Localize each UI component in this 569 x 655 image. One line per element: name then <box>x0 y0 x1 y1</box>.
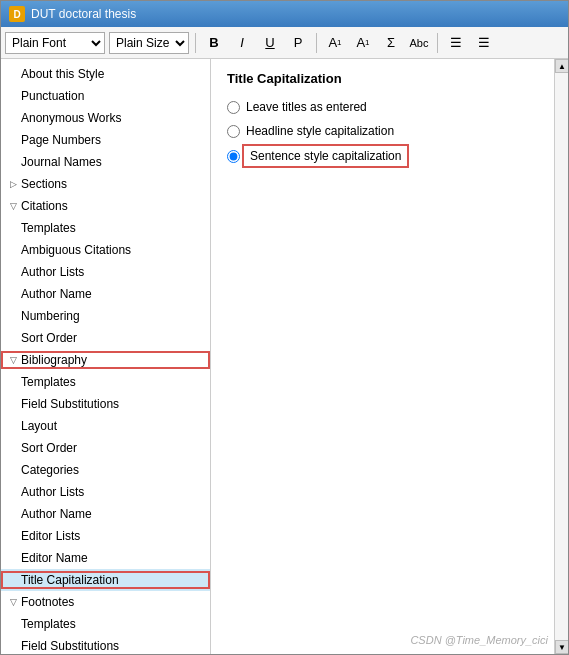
radio-headline-input[interactable] <box>227 125 240 138</box>
sidebar-item-cit-author-name[interactable]: Author Name <box>1 283 210 305</box>
abc-button[interactable]: Abc <box>407 32 431 54</box>
expander-punctuation <box>5 88 21 104</box>
expander-editor-name <box>5 550 21 566</box>
right-panel: Title Capitalization Leave titles as ent… <box>211 59 568 654</box>
radio-leave-titles[interactable]: Leave titles as entered <box>227 100 552 114</box>
expander-bib-author-lists <box>5 484 21 500</box>
sigma-button[interactable]: Σ <box>379 32 403 54</box>
expander-cit-author-lists <box>5 264 21 280</box>
sidebar-item-fn-field-substitutions[interactable]: Field Substitutions <box>1 635 210 654</box>
scroll-up-button[interactable]: ▲ <box>555 59 568 73</box>
toolbar-separator-3 <box>437 33 438 53</box>
sidebar-item-title-capitalization[interactable]: Title Capitalization <box>1 569 210 591</box>
expander-about <box>5 66 21 82</box>
italic-button[interactable]: I <box>230 32 254 54</box>
sidebar-item-citations-templates[interactable]: Templates <box>1 217 210 239</box>
sidebar-item-layout[interactable]: Layout <box>1 415 210 437</box>
expander-footnotes: ▽ <box>5 594 21 610</box>
radio-headline[interactable]: Headline style capitalization <box>227 124 552 138</box>
sidebar-item-footnotes[interactable]: ▽ Footnotes <box>1 591 210 613</box>
sidebar-item-categories[interactable]: Categories <box>1 459 210 481</box>
radio-group-capitalization: Leave titles as entered Headline style c… <box>227 100 552 164</box>
sidebar-item-ambiguous-citations[interactable]: Ambiguous Citations <box>1 239 210 261</box>
expander-anonymous <box>5 110 21 126</box>
sidebar-item-citations[interactable]: ▽ Citations <box>1 195 210 217</box>
size-selector[interactable]: Plain Size <box>109 32 189 54</box>
sidebar-item-bib-author-lists[interactable]: Author Lists <box>1 481 210 503</box>
radio-headline-label: Headline style capitalization <box>246 124 394 138</box>
sidebar-item-field-substitutions[interactable]: Field Substitutions <box>1 393 210 415</box>
expander-field-sub <box>5 396 21 412</box>
radio-leave-input[interactable] <box>227 101 240 114</box>
sidebar-item-punctuation[interactable]: Punctuation <box>1 85 210 107</box>
superscript-button[interactable]: A1 <box>323 32 347 54</box>
sidebar-item-bib-templates[interactable]: Templates <box>1 371 210 393</box>
window-title: DUT doctoral thesis <box>31 7 136 21</box>
sidebar-item-sort-order[interactable]: Sort Order <box>1 327 210 349</box>
title-bar: D DUT doctoral thesis <box>1 1 568 27</box>
expander-editor-lists <box>5 528 21 544</box>
sidebar-item-bib-sort-order[interactable]: Sort Order <box>1 437 210 459</box>
scroll-track <box>555 73 568 640</box>
expander-bib-templates <box>5 374 21 390</box>
underline-button[interactable]: U <box>258 32 282 54</box>
watermark: CSDN @Time_Memory_cici <box>410 634 548 646</box>
radio-sentence[interactable]: Sentence style capitalization <box>227 148 552 164</box>
subscript-button[interactable]: A1 <box>351 32 375 54</box>
expander-journal-names <box>5 154 21 170</box>
expander-sort-order <box>5 330 21 346</box>
expander-numbering <box>5 308 21 324</box>
expander-cit-templates <box>5 220 21 236</box>
sidebar-item-fn-templates[interactable]: Templates <box>1 613 210 635</box>
expander-bib-sort <box>5 440 21 456</box>
expander-fn-templates <box>5 616 21 632</box>
sidebar-item-bib-author-name[interactable]: Author Name <box>1 503 210 525</box>
bold-button[interactable]: B <box>202 32 226 54</box>
toolbar: Plain Font Plain Size B I U P A1 A1 Σ Ab… <box>1 27 568 59</box>
expander-citations: ▽ <box>5 198 21 214</box>
expander-title-cap <box>5 572 21 588</box>
sidebar-item-editor-lists[interactable]: Editor Lists <box>1 525 210 547</box>
sidebar-item-about[interactable]: About this Style <box>1 63 210 85</box>
sidebar-item-numbering[interactable]: Numbering <box>1 305 210 327</box>
sidebar-item-cit-author-lists[interactable]: Author Lists <box>1 261 210 283</box>
expander-bib-author-name <box>5 506 21 522</box>
expander-bibliography: ▽ <box>5 352 21 368</box>
expander-page-numbers <box>5 132 21 148</box>
expander-ambiguous <box>5 242 21 258</box>
expander-sections: ▷ <box>5 176 21 192</box>
main-content: About this Style Punctuation Anonymous W… <box>1 59 568 654</box>
sidebar-item-editor-name[interactable]: Editor Name <box>1 547 210 569</box>
sidebar-item-anonymous[interactable]: Anonymous Works <box>1 107 210 129</box>
app-icon: D <box>9 6 25 22</box>
right-panel-wrapper: Title Capitalization Leave titles as ent… <box>211 59 568 654</box>
sidebar: About this Style Punctuation Anonymous W… <box>1 59 211 654</box>
radio-leave-label: Leave titles as entered <box>246 100 367 114</box>
align-right-button[interactable]: ☰ <box>472 32 496 54</box>
font-selector[interactable]: Plain Font <box>5 32 105 54</box>
sidebar-item-sections[interactable]: ▷ Sections <box>1 173 210 195</box>
panel-title: Title Capitalization <box>227 71 552 86</box>
expander-cit-author-name <box>5 286 21 302</box>
radio-sentence-label: Sentence style capitalization <box>246 148 405 164</box>
sidebar-item-bibliography[interactable]: ▽ Bibliography <box>1 349 210 371</box>
paragraph-button[interactable]: P <box>286 32 310 54</box>
expander-categories <box>5 462 21 478</box>
toolbar-separator-1 <box>195 33 196 53</box>
sidebar-item-journal-names[interactable]: Journal Names <box>1 151 210 173</box>
toolbar-separator-2 <box>316 33 317 53</box>
main-window: D DUT doctoral thesis Plain Font Plain S… <box>0 0 569 655</box>
sidebar-item-page-numbers[interactable]: Page Numbers <box>1 129 210 151</box>
align-left-button[interactable]: ☰ <box>444 32 468 54</box>
right-scrollbar[interactable]: ▲ ▼ <box>554 59 568 654</box>
radio-sentence-input[interactable] <box>227 150 240 163</box>
scroll-down-button[interactable]: ▼ <box>555 640 568 654</box>
expander-fn-field-sub <box>5 638 21 654</box>
expander-layout <box>5 418 21 434</box>
